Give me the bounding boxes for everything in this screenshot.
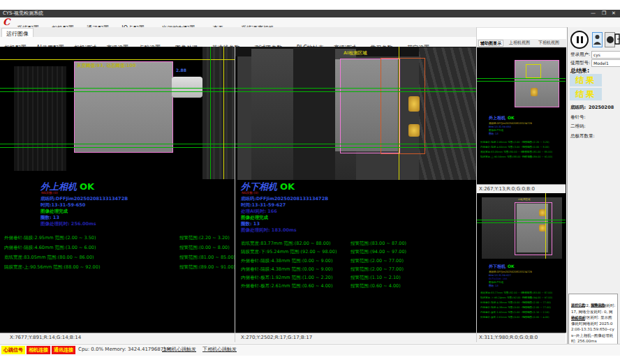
exit-button[interactable] bbox=[615, 32, 620, 47]
measure-row: 内侧卷针-极耳:1.92mm 范围:(1.00 ~ 2.20) bbox=[241, 275, 333, 280]
left-time: 时间:13-31-59-650 bbox=[40, 203, 85, 208]
measure-row: 底纸宽度:83.05mm 范围:(80.00 ~ 86.00) bbox=[4, 255, 94, 260]
mini-alarm-range: 报警范围:(1.10 ~ 2.10) bbox=[522, 312, 549, 314]
lower-camera-heartbeat-link[interactable]: 下相机心跳触发 bbox=[202, 347, 237, 352]
user-button[interactable] bbox=[592, 32, 603, 47]
aux-view-lower[interactable]: AI检测区域 外下相机 OK 底纸码:DFFJim202502081331347… bbox=[477, 193, 566, 333]
toolbar: 相机配置 AI使用配置 相机调试 高级设置 点胶设置 ▾ 图像处理 ▾ 基准线参… bbox=[0, 37, 477, 47]
mini1-camera-status: OK bbox=[508, 116, 515, 120]
mini-cell-outline bbox=[515, 202, 552, 255]
login-user-label: 登录用户: bbox=[570, 52, 590, 57]
mini-alarm-range: 报警范围:(0.60 ~ 4.00) bbox=[522, 317, 549, 319]
mini1-barcode: 底纸码:DFFJim2025020813313472B bbox=[489, 123, 532, 126]
close-button[interactable]: ✕ bbox=[612, 11, 616, 16]
mini-alarm-range: 报警范围:(2.20 ~ 3.20) bbox=[522, 142, 549, 144]
alarm-range: 报警范围:(0.60 ~ 4.00) bbox=[350, 284, 401, 289]
left-proc-time: 图像处理耗时: 256.00ms bbox=[40, 222, 96, 227]
green-guide-line-vertical bbox=[210, 47, 211, 179]
user-icon bbox=[593, 33, 602, 46]
mini-alarm-range: 报警范围:(0.00 ~ 8.00) bbox=[522, 146, 549, 149]
left-blue-measure-mark: 2.88 bbox=[176, 68, 186, 73]
mini-alarm-range: 报警范围:(2.00 ~ 77.00) bbox=[522, 307, 551, 310]
left-camera-name: 外上相机 bbox=[40, 182, 77, 191]
left-camera-note: NG次数:(0) bbox=[41, 192, 58, 195]
base-code-value: 20250208 bbox=[589, 105, 614, 110]
green-guide-line bbox=[0, 91, 235, 92]
upper-camera-heartbeat-link[interactable]: 上相机心跳触发 bbox=[162, 347, 196, 352]
login-user-field[interactable]: cys bbox=[591, 51, 620, 59]
mini-alarm-range: 报警范围:(2.00 ~ 77.00) bbox=[522, 302, 551, 305]
base-code-label: 底纸码: bbox=[570, 105, 586, 110]
mini2-ai-time: 处理AI耗时: 166 bbox=[489, 278, 507, 281]
measure-row: 隔膜宽度-下:95.24mm 范围:(92.00 ~ 98.00) bbox=[241, 250, 337, 255]
mini2-camera-name: 外下相机 bbox=[489, 264, 505, 268]
mini-yellow-box bbox=[526, 64, 541, 78]
center-camera-status: OK bbox=[280, 182, 295, 191]
aux-upper-coord-bar: X:267;Y:13;R:0;G:0;B:0 bbox=[477, 184, 566, 194]
tab-gold-blob bbox=[408, 96, 420, 112]
green-guide-line bbox=[477, 78, 566, 79]
center-ai-time: 处理AI耗时: 166 bbox=[241, 209, 277, 214]
result-badge-2: 结果 bbox=[570, 88, 602, 100]
cpu-memory-text: Cpu: 0.0% Memory: 3424.41796875M bbox=[78, 347, 171, 352]
status-bar: 心跳信号 相机连接 通讯连接 Cpu: 0.0% Memory: 3424.41… bbox=[0, 344, 620, 356]
mini2-turns: 圈数: 13 bbox=[489, 285, 499, 288]
center-turns: 圈数: 13 bbox=[241, 222, 260, 227]
aux-tab-upper-view[interactable]: 上相机视图 bbox=[509, 40, 530, 45]
aux-tab-lower-view[interactable]: 下相机视图 bbox=[538, 40, 559, 45]
roller-arm bbox=[172, 77, 202, 98]
power-button[interactable] bbox=[605, 32, 615, 47]
tab-strip: 运行图像 bbox=[0, 27, 477, 38]
yellow-guide-line-top bbox=[0, 59, 235, 60]
alarm-range: 报警范围:(83.00 ~ 87.00) bbox=[350, 241, 406, 246]
left-coords: X:7677;Y:891;R:14;G:14;B:14 bbox=[10, 335, 81, 340]
minimize-button[interactable]: — bbox=[591, 11, 596, 16]
mini-measure-row: 底纸宽度:83.77mm 范围:(82.00 ~ 88.00) bbox=[480, 292, 529, 295]
left-camera-view[interactable]: 灰度阈值:93, 动态阈值:100 2.88 外上相机 OK NG次数:(0) … bbox=[0, 47, 235, 333]
measure-row: 外侧卷针-隔膜:4.38mm 范围:(0.00 ~ 9.00) bbox=[241, 259, 333, 264]
center-barcode: 底纸码:DFFJim2025020813313472B bbox=[241, 197, 328, 202]
aux-lower-coord-bar: X:311;Y:980;R:0;G:0;B:0 bbox=[477, 333, 566, 343]
center-camera-view[interactable]: AI检测区域 外下相机 OK NG次数:(0) 底纸码:DFFJim202502… bbox=[235, 47, 476, 333]
alarm-range: 报警范围:(94.00 ~ 97.00) bbox=[350, 250, 406, 255]
measure-row: 外侧卷针-隔膜:2.95mm 范围:(2.00 ~ 3.50) bbox=[4, 236, 96, 241]
mini-alarm-range: 报警范围:(81.00 ~ 85.00) bbox=[522, 151, 552, 154]
power-icon bbox=[607, 36, 614, 43]
center-proc-time: 图像处理耗时: 183.00ms bbox=[241, 228, 297, 233]
heartbeat-badge: 心跳信号 bbox=[1, 346, 25, 354]
measure-row: 底纸宽度:83.77mm 范围:(82.00 ~ 88.00) bbox=[241, 241, 331, 246]
measure-row: 隔膜宽度-上:90.56mm 范围:(88.00 ~ 92.00) bbox=[4, 265, 100, 270]
tab-gold-blob bbox=[531, 88, 538, 96]
mini2-ai-label: AI检测区域 bbox=[518, 199, 530, 202]
measure-row: 外侧卷针-极耳:2.61mm 范围:(0.60 ~ 4.00) bbox=[241, 284, 333, 289]
machine-dark-band bbox=[293, 47, 335, 180]
alarm-range: 报警范围:(2.00 ~ 77.00) bbox=[350, 267, 404, 272]
mini1-turns: 圈数: 13 bbox=[489, 133, 499, 136]
aux-upper-coords: X:267;Y:13;R:0;G:0;B:0 bbox=[479, 187, 535, 192]
menu-bar: C 系统配置 相机配置 通讯配置 IO卡配置 ▾ 光源控制配置 ▾ 查看 ▾ 系… bbox=[0, 17, 620, 28]
left-overlay-threshold-label: 灰度阈值:93, 动态阈值:100 bbox=[77, 63, 136, 68]
aux-view-upper[interactable]: 外上相机 OK 底纸码:DFFJim2025020813313472B 时间:1… bbox=[477, 47, 566, 184]
green-guide-line bbox=[477, 222, 566, 223]
alarm-range: 报警范围:(1.10 ~ 2.10) bbox=[350, 275, 401, 280]
model-field[interactable]: Model1 bbox=[591, 59, 620, 67]
pause-button[interactable] bbox=[570, 31, 589, 49]
aux-tab-assist[interactable]: 辅助图显示 bbox=[478, 40, 503, 47]
mini1-camera-name: 外上相机 bbox=[489, 116, 505, 120]
green-guide-line bbox=[235, 147, 476, 148]
left-done: 图像处理完成 bbox=[40, 209, 68, 214]
total-result-label: 总结果: bbox=[570, 68, 589, 74]
info-stats-text: 耗时: 222, 网络检测耗时: 17, 网络分发耗时: 0, 网络提取分区耗时… bbox=[571, 303, 616, 344]
alarm-range: 报警范围:(81.00 ~ 85.00) bbox=[179, 255, 235, 260]
center-camera-name: 外下相机 bbox=[241, 182, 277, 191]
maximize-button[interactable]: ❐ bbox=[602, 11, 606, 16]
alarm-range: 报警范围:(2.20 ~ 3.20) bbox=[179, 236, 230, 241]
center-time: 时间:13-31-59-627 bbox=[241, 203, 286, 208]
left-camera-status: OK bbox=[80, 182, 94, 191]
left-turns: 圈数: 13 bbox=[40, 215, 59, 220]
pause-icon bbox=[581, 36, 583, 43]
app-window: CYS-视觉检测系统 — ❐ ✕ C 系统配置 相机配置 通讯配置 IO卡配置 … bbox=[0, 0, 620, 364]
aux-lower-coords: X:311;Y:980;R:0;G:0;B:0 bbox=[479, 335, 538, 340]
aux-tab-strip: 辅助图显示 上相机视图 下相机视图 bbox=[477, 39, 566, 47]
mini2-camera-status: OK bbox=[508, 264, 515, 268]
